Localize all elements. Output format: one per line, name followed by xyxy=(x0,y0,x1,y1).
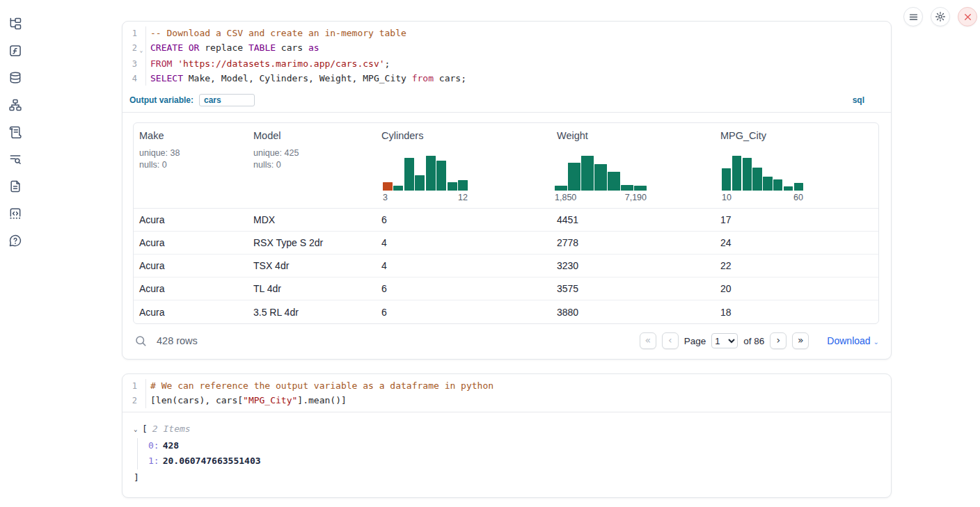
histogram-bar[interactable] xyxy=(752,168,761,191)
code-line[interactable]: 3FROM 'https://datasets.marimo.app/cars.… xyxy=(122,57,891,72)
histogram-axis-labels: 1060 xyxy=(722,191,803,202)
first-page-button[interactable]: « xyxy=(640,332,656,349)
last-page-button[interactable]: » xyxy=(792,332,809,349)
code-line[interactable]: 2[len(cars), cars["MPG_City"].mean()] xyxy=(122,394,891,408)
output-variable-label: Output variable: xyxy=(129,95,193,105)
table-row[interactable]: AcuraRSX Type S 2dr4277824 xyxy=(134,232,878,255)
histogram-bar[interactable] xyxy=(634,186,647,191)
table-output: Makeunique: 38nulls: 0Modelunique: 425nu… xyxy=(122,113,891,324)
table-row[interactable]: AcuraMDX6445117 xyxy=(134,209,878,232)
page-label: Page xyxy=(684,336,706,346)
next-page-button[interactable]: › xyxy=(770,332,787,349)
code-line[interactable]: 1# We can reference the output variable … xyxy=(122,379,891,394)
table-cell: 6 xyxy=(376,283,551,294)
table-row[interactable]: Acura3.5 RL 4dr6388018 xyxy=(134,300,878,323)
line-number: 2 xyxy=(122,41,137,58)
help-chat-icon[interactable] xyxy=(7,232,24,249)
table-cell: TSX 4dr xyxy=(248,260,376,271)
fold-slot xyxy=(137,72,145,86)
column-header-make[interactable]: Makeunique: 38nulls: 0 xyxy=(134,123,248,208)
settings-button[interactable] xyxy=(931,7,950,26)
column-histogram: 312 xyxy=(383,154,468,202)
tree-root[interactable]: ⌄ [ 2 Items xyxy=(134,422,891,436)
scratchpad-scroll-icon[interactable] xyxy=(7,124,24,140)
histogram-bar[interactable] xyxy=(722,168,731,191)
fold-chevron-icon[interactable]: ⌄ xyxy=(137,41,145,58)
histogram-bar[interactable] xyxy=(568,163,580,191)
code-text: CREATE OR replace TABLE cars as xyxy=(145,41,891,58)
tree-entry[interactable]: 1:20.060747663551403 xyxy=(148,453,891,469)
variables-icon[interactable] xyxy=(7,42,24,59)
tree-entry[interactable]: 0:428 xyxy=(148,438,891,454)
table-cell: 24 xyxy=(715,237,878,248)
table-cell: Acura xyxy=(134,283,248,294)
column-header-cylinders[interactable]: Cylinders312 xyxy=(376,123,551,208)
histogram-bar[interactable] xyxy=(621,185,633,191)
histogram-bar[interactable] xyxy=(448,182,457,191)
histogram-bar[interactable] xyxy=(784,186,793,191)
column-header-mpg_city[interactable]: MPG_City1060 xyxy=(715,123,878,208)
code-line[interactable]: 4SELECT Make, Model, Cylinders, Weight, … xyxy=(122,72,891,86)
close-bracket: ] xyxy=(134,471,891,485)
file-tree-icon[interactable] xyxy=(7,15,24,32)
sql-cell: 1-- Download a CSV and create an in-memo… xyxy=(122,21,892,360)
database-icon xyxy=(8,71,22,85)
histogram-bar[interactable] xyxy=(732,156,741,191)
column-name[interactable]: Make xyxy=(139,130,242,141)
download-button[interactable]: Download ⌄ xyxy=(827,335,879,346)
menu-button[interactable] xyxy=(903,7,923,26)
column-name[interactable]: Model xyxy=(253,130,370,141)
gear-icon xyxy=(935,11,946,22)
dependency-graph-icon[interactable] xyxy=(7,97,24,113)
table-row[interactable]: AcuraTSX 4dr4323022 xyxy=(134,255,878,277)
table-cell: 20 xyxy=(715,283,878,294)
output-variable-input[interactable] xyxy=(199,94,255,106)
column-name[interactable]: Cylinders xyxy=(381,130,546,141)
histogram-axis-labels: 312 xyxy=(383,191,468,202)
table-cell: 4 xyxy=(376,260,551,271)
page-select[interactable]: 1 xyxy=(711,333,738,348)
histogram-bar[interactable] xyxy=(773,179,782,191)
snippets-icon[interactable] xyxy=(7,205,24,222)
histogram-bar[interactable] xyxy=(743,158,752,191)
histogram-bar[interactable] xyxy=(393,186,403,191)
line-number: 4 xyxy=(122,72,137,86)
histogram-bar[interactable] xyxy=(794,183,803,191)
prev-page-button[interactable]: ‹ xyxy=(662,332,679,349)
shutdown-button[interactable] xyxy=(958,7,977,26)
histogram-bar[interactable] xyxy=(594,164,607,191)
sql-code-editor[interactable]: 1-- Download a CSV and create an in-memo… xyxy=(122,22,891,89)
histogram-bar[interactable] xyxy=(436,161,446,191)
table-cell: TL 4dr xyxy=(248,283,376,294)
logs-search-icon[interactable] xyxy=(7,151,24,168)
output-tree: ⌄ [ 2 Items 0:4281:20.060747663551403 ] xyxy=(122,412,891,497)
histogram-bar[interactable] xyxy=(608,172,620,191)
histogram-bar[interactable] xyxy=(458,180,468,191)
chevron-down-icon[interactable]: ⌄ xyxy=(134,422,142,436)
datasources-icon[interactable] xyxy=(7,70,24,86)
code-line[interactable]: 2⌄CREATE OR replace TABLE cars as xyxy=(122,41,891,58)
histogram-bar[interactable] xyxy=(555,186,567,191)
histogram-bar[interactable] xyxy=(415,175,425,191)
histogram-bar[interactable] xyxy=(404,158,414,191)
tree-entry-value: 20.060747663551403 xyxy=(163,456,261,466)
code-text: [len(cars), cars["MPG_City"].mean()] xyxy=(145,394,891,408)
pagination: « ‹ Page 1 of 86 › » Download ⌄ xyxy=(640,332,879,349)
notebook-actions xyxy=(903,7,977,26)
code-line[interactable]: 1-- Download a CSV and create an in-memo… xyxy=(122,26,891,41)
histogram-bar[interactable] xyxy=(383,182,393,191)
documentation-icon[interactable] xyxy=(7,178,24,195)
column-name[interactable]: MPG_City xyxy=(720,130,873,141)
python-code-editor[interactable]: 1# We can reference the output variable … xyxy=(122,374,891,412)
table-row[interactable]: AcuraTL 4dr6357520 xyxy=(134,277,878,300)
column-name[interactable]: Weight xyxy=(557,130,709,141)
column-header-model[interactable]: Modelunique: 425nulls: 0 xyxy=(248,123,376,208)
histogram-bar[interactable] xyxy=(763,177,772,191)
search-icon[interactable] xyxy=(134,335,147,347)
output-variable-row: Output variable: sql xyxy=(122,89,891,113)
square-code-icon xyxy=(8,207,22,220)
histogram-bar[interactable] xyxy=(581,156,594,191)
histogram-bar[interactable] xyxy=(426,156,436,191)
tree-entries: 0:4281:20.060747663551403 xyxy=(137,438,891,469)
column-header-weight[interactable]: Weight1,8507,190 xyxy=(551,123,715,208)
